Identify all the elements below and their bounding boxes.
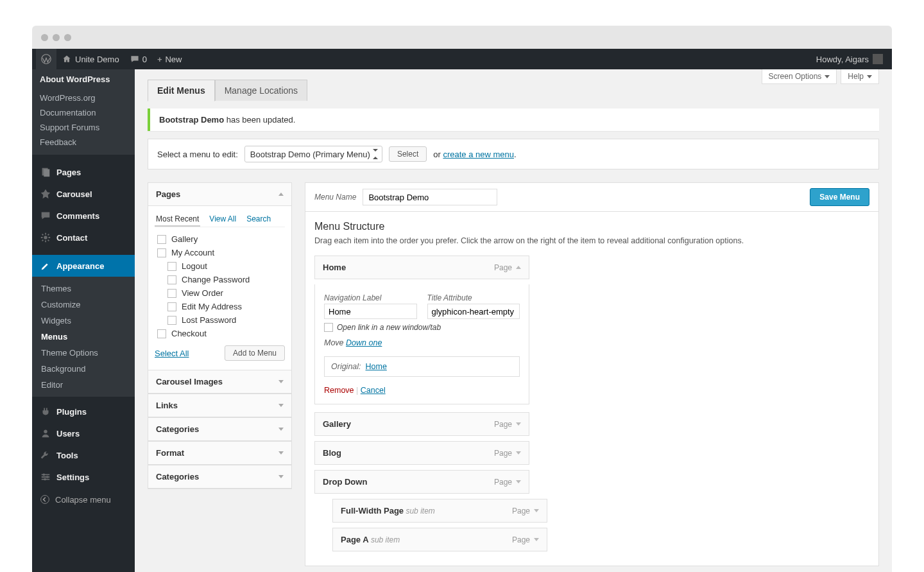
sidebar-tools[interactable]: Tools xyxy=(32,444,135,466)
howdy[interactable]: Howdy, Aigars xyxy=(811,49,888,69)
page-checkbox-item[interactable]: Checkout xyxy=(155,327,285,340)
add-to-menu-button[interactable]: Add to Menu xyxy=(225,345,285,361)
sidebar-editor[interactable]: Editor xyxy=(32,377,135,393)
page-checkbox-item[interactable]: Edit My Address xyxy=(155,300,285,313)
sidebar-wporg[interactable]: WordPress.org xyxy=(40,91,127,105)
sidebar-menus[interactable]: Menus xyxy=(32,329,135,345)
avatar xyxy=(873,54,883,64)
caret-down-icon xyxy=(534,509,539,512)
tab-manage-locations[interactable]: Manage Locations xyxy=(215,80,307,101)
sidebar-customize[interactable]: Customize xyxy=(32,297,135,313)
checkbox[interactable] xyxy=(167,302,176,311)
new-link[interactable]: + New xyxy=(152,49,187,69)
caret-down-icon xyxy=(278,428,284,431)
collapse-icon xyxy=(40,494,50,505)
accordion-section[interactable]: Format xyxy=(148,441,292,465)
sidebar-users[interactable]: Users xyxy=(32,422,135,444)
wp-logo[interactable] xyxy=(36,49,56,69)
accordion-section[interactable]: Categories xyxy=(148,465,292,489)
menu-item[interactable]: Full-Width Page sub itemPage xyxy=(332,499,547,523)
page-checkbox-item[interactable]: Lost Password xyxy=(155,313,285,327)
menu-item-title: Gallery xyxy=(323,419,351,429)
page-checkbox-item[interactable]: Gallery xyxy=(155,232,285,246)
admin-bar: Unite Demo 0 + New Howdy, Aigars xyxy=(32,49,892,69)
remove-link[interactable]: Remove xyxy=(324,386,354,395)
filter-recent[interactable]: Most Recent xyxy=(155,212,200,227)
sidebar-carousel[interactable]: Carousel xyxy=(32,183,135,205)
sidebar-docs[interactable]: Documentation xyxy=(40,105,127,120)
sidebar-themes[interactable]: Themes xyxy=(32,281,135,297)
checkbox[interactable] xyxy=(167,316,176,325)
sidebar-pages[interactable]: Pages xyxy=(32,161,135,183)
sidebar-about[interactable]: About WordPress xyxy=(32,69,135,89)
tab-edit-menus[interactable]: Edit Menus xyxy=(148,80,215,101)
gear-icon xyxy=(40,232,51,243)
menu-item[interactable]: Drop DownPage xyxy=(314,470,529,494)
sidebar-background[interactable]: Background xyxy=(32,361,135,377)
page-checkbox-item[interactable]: My Account xyxy=(155,246,285,259)
accordion-section[interactable]: Carousel Images xyxy=(148,370,292,394)
sub-item-note: sub item xyxy=(404,507,435,516)
window-dot xyxy=(41,34,48,41)
checkbox[interactable] xyxy=(157,248,166,257)
sidebar-plugins[interactable]: Plugins xyxy=(32,401,135,422)
sidebar-settings[interactable]: Settings xyxy=(32,466,135,488)
sidebar-themeoptions[interactable]: Theme Options xyxy=(32,345,135,361)
title-attr-input[interactable] xyxy=(427,304,520,319)
sidebar-forums[interactable]: Support Forums xyxy=(40,120,127,135)
page-checkbox-item[interactable]: Change Password xyxy=(155,273,285,286)
caret-up-icon xyxy=(516,266,521,269)
menu-item[interactable]: BlogPage xyxy=(314,441,529,465)
menu-item[interactable]: GalleryPage xyxy=(314,412,529,436)
page-checkbox-item[interactable]: View Order xyxy=(155,286,285,300)
move-down-link[interactable]: Down one xyxy=(346,338,382,347)
checkbox[interactable] xyxy=(157,235,166,244)
sidebar-comments[interactable]: Comments xyxy=(32,205,135,227)
accordion-title: Categories xyxy=(156,472,199,481)
sidebar-widgets[interactable]: Widgets xyxy=(32,313,135,329)
svg-point-5 xyxy=(43,474,46,476)
comment-icon xyxy=(40,210,51,221)
site-link[interactable]: Unite Demo xyxy=(56,49,124,69)
plug-icon xyxy=(40,406,51,417)
select-button[interactable]: Select xyxy=(389,146,427,162)
menu-item-home[interactable]: Home Page xyxy=(314,256,529,279)
save-menu-button[interactable]: Save Menu xyxy=(810,188,869,206)
svg-point-8 xyxy=(41,496,49,504)
accordion-title: Format xyxy=(156,448,184,458)
caret-down-icon xyxy=(516,451,521,455)
nav-label-input[interactable] xyxy=(324,304,417,319)
filter-search[interactable]: Search xyxy=(245,212,272,227)
accordion-section[interactable]: Categories xyxy=(148,417,292,442)
menu-select[interactable]: Bootstrap Demo (Primary Menu) xyxy=(244,146,382,162)
checkbox[interactable] xyxy=(167,289,176,298)
create-menu-link[interactable]: create a new menu xyxy=(443,150,514,159)
sliders-icon xyxy=(40,471,51,483)
screen-options-tab[interactable]: Screen Options xyxy=(762,69,837,84)
user-icon xyxy=(40,428,51,439)
original-link[interactable]: Home xyxy=(366,362,387,371)
checkbox[interactable] xyxy=(167,275,176,284)
update-notice: Bootstrap Demo has been updated. xyxy=(148,108,879,131)
open-new-checkbox[interactable] xyxy=(324,323,333,332)
browser-titlebar xyxy=(32,26,892,49)
help-tab[interactable]: Help xyxy=(841,69,879,84)
accordion-pages-head[interactable]: Pages xyxy=(148,183,291,206)
menu-name-input[interactable] xyxy=(363,189,497,205)
sidebar-contact[interactable]: Contact xyxy=(32,227,135,248)
cancel-link[interactable]: Cancel xyxy=(361,386,386,395)
checkbox-label: View Order xyxy=(182,288,223,298)
checkbox[interactable] xyxy=(167,262,176,271)
menu-item[interactable]: Page A sub itemPage xyxy=(332,528,547,551)
filter-viewall[interactable]: View All xyxy=(208,212,237,227)
accordion-section[interactable]: Links xyxy=(148,394,292,418)
checkbox[interactable] xyxy=(157,329,166,338)
menu-item-type: Page xyxy=(494,420,512,429)
collapse-menu[interactable]: Collapse menu xyxy=(32,488,135,511)
select-all-link[interactable]: Select All xyxy=(155,349,189,358)
sidebar-appearance[interactable]: Appearance xyxy=(32,255,135,277)
sidebar-feedback[interactable]: Feedback xyxy=(40,135,127,150)
comments-link[interactable]: 0 xyxy=(124,49,152,69)
page-checkbox-item[interactable]: Logout xyxy=(155,259,285,273)
caret-down-icon xyxy=(867,75,872,78)
